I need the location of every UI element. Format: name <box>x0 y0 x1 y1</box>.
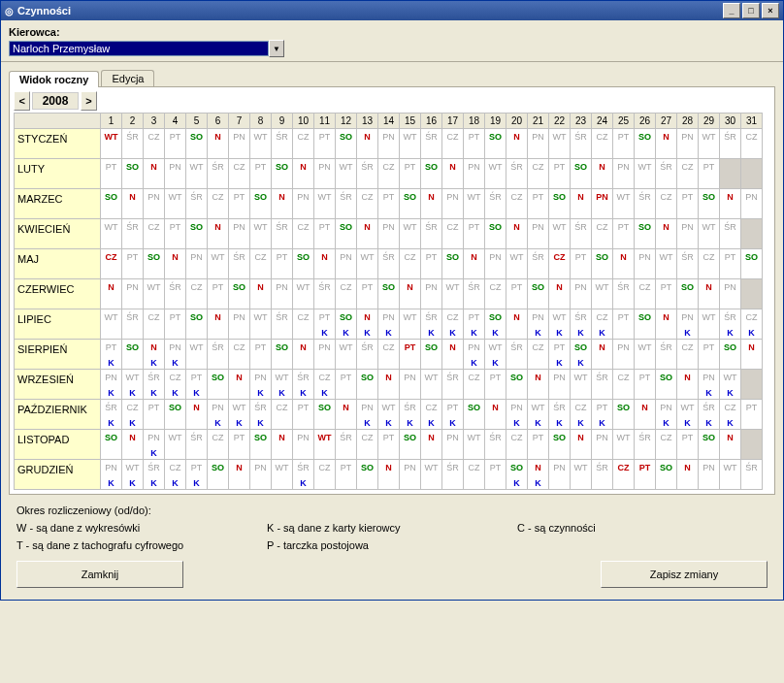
calendar-cell[interactable]: N <box>357 129 378 159</box>
year-next-button[interactable]: > <box>81 91 97 111</box>
calendar-cell[interactable]: N <box>272 430 293 460</box>
tab-annual-view[interactable]: Widok roczny <box>9 71 99 87</box>
calendar-cell[interactable]: CZK <box>442 309 464 340</box>
close-button[interactable]: Zamknij <box>16 561 183 588</box>
calendar-cell[interactable]: CZ <box>613 460 635 490</box>
calendar-cell[interactable]: N <box>677 460 699 490</box>
calendar-cell[interactable]: PT <box>208 279 229 309</box>
calendar-cell[interactable]: SO <box>635 219 656 249</box>
calendar-cell[interactable]: WT <box>613 189 635 219</box>
calendar-cell[interactable]: PN <box>378 129 400 159</box>
calendar-cell[interactable]: SO <box>186 309 208 340</box>
calendar-cell[interactable]: PTK <box>314 309 336 340</box>
calendar-cell[interactable]: ŚRK <box>421 309 442 340</box>
calendar-cell[interactable]: ŚRK <box>144 370 165 400</box>
calendar-cell[interactable]: CZ <box>549 249 571 279</box>
calendar-cell[interactable]: N <box>635 400 656 430</box>
calendar-cell[interactable]: PT <box>677 430 699 460</box>
calendar-cell[interactable]: PN <box>741 189 763 219</box>
calendar-cell[interactable]: WT <box>336 159 357 189</box>
calendar-cell[interactable]: ŚR <box>336 189 357 219</box>
calendar-cell[interactable]: ŚR <box>506 159 528 189</box>
calendar-cell[interactable]: PT <box>229 430 250 460</box>
calendar-cell[interactable]: PT <box>336 370 357 400</box>
calendar-cell[interactable]: N <box>229 370 250 400</box>
calendar-cell[interactable]: PNK <box>378 309 400 340</box>
maximize-button[interactable]: □ <box>742 3 760 18</box>
calendar-cell[interactable]: PN <box>122 279 144 309</box>
calendar-cell[interactable]: WT <box>464 189 485 219</box>
calendar-cell[interactable]: WT <box>571 370 592 400</box>
calendar-cell[interactable]: WTK <box>720 370 741 400</box>
calendar-cell[interactable]: PT <box>464 129 485 159</box>
calendar-cell[interactable]: ŚRK <box>400 400 421 430</box>
calendar-cell[interactable]: SO <box>272 340 293 370</box>
calendar-cell[interactable]: WT <box>635 340 656 370</box>
year-prev-button[interactable]: < <box>14 91 30 111</box>
calendar-cell[interactable]: CZ <box>699 249 720 279</box>
calendar-cell[interactable]: WT <box>101 309 122 340</box>
calendar-cell[interactable]: WT <box>400 219 421 249</box>
calendar-cell[interactable]: PT <box>613 129 635 159</box>
calendar-cell[interactable]: SO <box>272 159 293 189</box>
calendar-cell[interactable]: SOK <box>571 340 592 370</box>
calendar-cell[interactable]: WT <box>699 129 720 159</box>
calendar-cell[interactable]: PTK <box>101 340 122 370</box>
calendar-cell[interactable]: ŚR <box>720 219 741 249</box>
calendar-cell[interactable]: ŚR <box>272 309 293 340</box>
calendar-cell[interactable]: ŚR <box>122 219 144 249</box>
calendar-cell[interactable]: N <box>229 460 250 490</box>
calendar-cell[interactable]: N <box>421 430 442 460</box>
calendar-cell[interactable]: WT <box>293 279 314 309</box>
calendar-cell[interactable]: PT <box>165 219 186 249</box>
tab-edit[interactable]: Edycja <box>101 70 154 86</box>
calendar-cell[interactable]: PN <box>250 460 272 490</box>
calendar-cell[interactable]: WT <box>400 309 421 340</box>
calendar-cell[interactable]: PT <box>485 460 506 490</box>
calendar-cell[interactable]: PN <box>293 430 314 460</box>
calendar-cell[interactable]: N <box>144 159 165 189</box>
calendar-cell[interactable]: PN <box>677 129 699 159</box>
calendar-cell[interactable]: WT <box>421 370 442 400</box>
calendar-cell[interactable]: SOK <box>336 309 357 340</box>
calendar-cell[interactable]: PT <box>250 159 272 189</box>
calendar-cell[interactable]: PT <box>571 249 592 279</box>
calendar-cell[interactable]: PN <box>229 129 250 159</box>
calendar-cell[interactable]: WTK <box>677 400 699 430</box>
calendar-cell[interactable]: PT <box>613 219 635 249</box>
calendar-cell[interactable]: ŚR <box>442 460 464 490</box>
calendar-cell[interactable]: SO <box>400 430 421 460</box>
calendar-cell[interactable]: PN <box>464 159 485 189</box>
calendar-cell[interactable]: CZ <box>293 309 314 340</box>
calendar-cell[interactable]: CZ <box>677 340 699 370</box>
calendar-cell[interactable]: PNK <box>144 430 165 460</box>
calendar-cell[interactable]: SO <box>635 309 656 340</box>
calendar-cell[interactable]: PN <box>293 189 314 219</box>
calendar-cell[interactable]: CZK <box>314 370 336 400</box>
calendar-cell[interactable]: ŚR <box>357 159 378 189</box>
calendar-cell[interactable]: PNK <box>101 370 122 400</box>
calendar-cell[interactable]: PT <box>421 249 442 279</box>
calendar-cell[interactable]: SO <box>485 129 506 159</box>
calendar-cell[interactable]: SO <box>144 249 165 279</box>
calendar-cell[interactable]: SO <box>122 340 144 370</box>
calendar-cell[interactable]: WT <box>464 430 485 460</box>
calendar-cell[interactable]: WT <box>144 279 165 309</box>
calendar-cell[interactable]: SO <box>699 430 720 460</box>
calendar-cell[interactable]: PT <box>635 460 656 490</box>
calendar-cell[interactable]: SO <box>336 219 357 249</box>
calendar-cell[interactable]: SO <box>101 189 122 219</box>
calendar-cell[interactable]: WT <box>165 430 186 460</box>
calendar-cell[interactable]: SO <box>208 370 229 400</box>
calendar-cell[interactable]: WTK <box>378 400 400 430</box>
calendar-cell[interactable]: N <box>720 189 741 219</box>
calendar-cell[interactable]: WT <box>250 129 272 159</box>
calendar-cell[interactable]: SO <box>186 219 208 249</box>
calendar-cell[interactable]: ŚR <box>677 249 699 279</box>
driver-select-arrow[interactable]: ▼ <box>269 40 284 57</box>
calendar-cell[interactable]: CZ <box>442 219 464 249</box>
calendar-cell[interactable]: SO <box>677 279 699 309</box>
calendar-cell[interactable]: SO <box>378 279 400 309</box>
calendar-cell[interactable]: CZ <box>464 370 485 400</box>
calendar-cell[interactable]: N <box>272 189 293 219</box>
